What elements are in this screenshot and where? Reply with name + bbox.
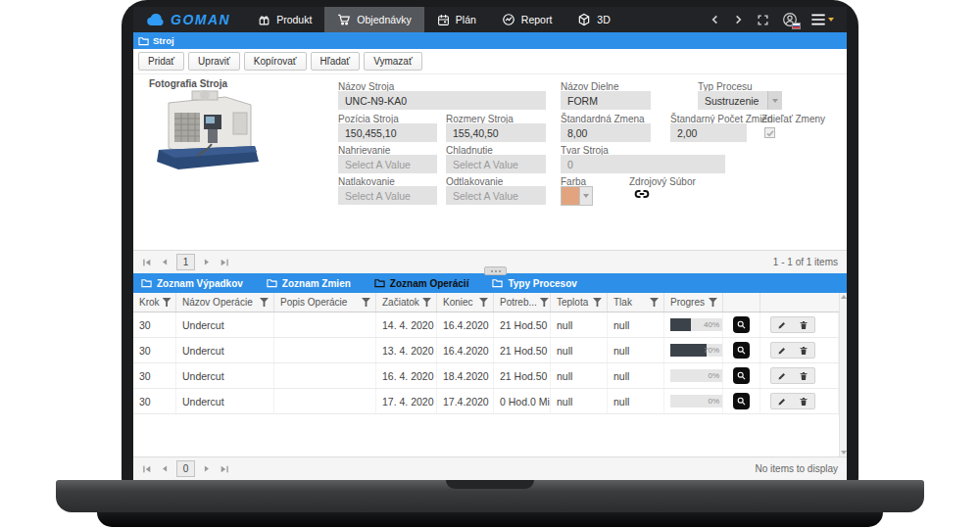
prev-page-icon[interactable] xyxy=(160,258,169,266)
filter-icon[interactable] xyxy=(362,298,370,307)
filter-icon[interactable] xyxy=(422,298,431,307)
scroll-down-icon[interactable] xyxy=(841,451,847,455)
cell-koniec: 16.4.2020 xyxy=(437,338,494,362)
filter-icon[interactable] xyxy=(650,298,659,307)
column-header-krok[interactable]: Krok xyxy=(133,293,176,312)
column-header-progres[interactable]: Progres xyxy=(664,293,723,312)
nahrievanie-select[interactable]: Select A Value xyxy=(338,155,437,173)
nav-tab-produkt[interactable]: Produkt xyxy=(245,7,324,32)
prev-page-icon[interactable] xyxy=(160,464,169,473)
column-header-nazov-operacie[interactable]: Názov Operácie xyxy=(176,293,274,312)
back-icon[interactable] xyxy=(710,14,720,25)
table-row[interactable]: 30 Undercut 17. 4. 2020 06 17.4.2020 0 H… xyxy=(133,389,847,414)
delete-icon[interactable] xyxy=(799,346,808,356)
column-header-teplota[interactable]: Teplota xyxy=(551,293,608,312)
row-actions[interactable] xyxy=(770,393,815,409)
upravit-button[interactable]: Upraviť xyxy=(188,52,240,71)
zdielat-zmeny-checkbox[interactable] xyxy=(764,127,775,138)
delete-icon[interactable] xyxy=(799,371,808,381)
delete-icon[interactable] xyxy=(799,397,808,407)
tvar-stroja-input[interactable]: 0 xyxy=(561,155,725,173)
brand-logo[interactable]: GOMAN xyxy=(133,12,245,27)
nav-tab-plan[interactable]: Plán xyxy=(424,7,489,32)
row-actions[interactable] xyxy=(770,342,815,359)
first-page-icon[interactable] xyxy=(142,258,152,267)
tab-zoznam-zmien[interactable]: Zoznam Zmien xyxy=(267,273,351,293)
first-page-icon[interactable] xyxy=(142,464,152,474)
natlakovanie-select[interactable]: Select A Value xyxy=(338,186,437,205)
kopirovat-button[interactable]: Kopírovať xyxy=(244,52,307,71)
pozicia-stroja-input[interactable]: 150,455,10 xyxy=(338,123,437,142)
edit-icon[interactable] xyxy=(777,320,787,330)
farba-dropdown-arrow[interactable] xyxy=(580,186,593,206)
standardna-zmena-input[interactable]: 8,00 xyxy=(561,123,651,142)
select-arrow[interactable] xyxy=(767,91,782,110)
column-header-tlak[interactable]: Tlak xyxy=(608,293,664,312)
page-number[interactable]: 1 xyxy=(176,254,195,270)
last-page-icon[interactable] xyxy=(220,258,229,267)
next-page-icon[interactable] xyxy=(203,464,212,473)
column-header-popis-operacie[interactable]: Popis Operácie xyxy=(274,293,376,312)
table-row[interactable]: 30 Undercut 14. 4. 2020 08 16.4.2020 21 … xyxy=(133,312,847,338)
edit-icon[interactable] xyxy=(777,397,787,407)
column-header-zaciatok[interactable]: Začiatok xyxy=(376,293,437,312)
next-page-icon[interactable] xyxy=(203,258,212,266)
delete-icon[interactable] xyxy=(799,320,808,330)
last-page-icon[interactable] xyxy=(220,464,229,474)
preview-button[interactable] xyxy=(733,342,750,359)
typ-procesu-select[interactable]: Sustruzenie xyxy=(698,91,782,110)
menu-caret-icon xyxy=(828,18,834,22)
cell-nazov: Undercut xyxy=(176,312,274,337)
odtlakovanie-select[interactable]: Select A Value xyxy=(446,186,546,205)
pridat-button[interactable]: Pridať xyxy=(138,52,184,71)
hladat-button[interactable]: Hľadať xyxy=(311,52,361,71)
nazov-stroja-input[interactable]: UNC-N9-KA0 xyxy=(338,91,546,110)
splitter-handle[interactable] xyxy=(484,266,507,275)
table-scrollbar[interactable] xyxy=(839,293,847,456)
stroj-tab-label[interactable]: Stroj xyxy=(153,35,174,46)
column-header-potreba[interactable]: Potreb... xyxy=(494,293,551,312)
chladnutie-select[interactable]: Select A Value xyxy=(446,155,546,173)
preview-button[interactable] xyxy=(733,367,750,384)
table-row[interactable]: 30 Undercut 16. 4. 2020 07 18.4.2020 21 … xyxy=(133,363,847,389)
folder-icon xyxy=(141,278,152,288)
preview-button[interactable] xyxy=(733,316,750,333)
standarny-pocet-zmien-input[interactable]: 2,00 xyxy=(670,123,747,142)
edit-icon[interactable] xyxy=(777,346,787,356)
vymazat-button[interactable]: Vymazať xyxy=(364,52,422,71)
progress-bar: 0% xyxy=(670,395,722,408)
cell-teplota: null xyxy=(551,312,608,337)
calendar-icon xyxy=(437,14,450,26)
filter-icon[interactable] xyxy=(163,298,172,307)
filter-icon[interactable] xyxy=(260,298,269,307)
filter-icon[interactable] xyxy=(540,298,549,307)
tab-typy-procesov[interactable]: Typy Procesov xyxy=(492,273,576,293)
forward-icon[interactable] xyxy=(733,14,744,25)
table-row[interactable]: 30 Undercut 13. 4. 2020 11 16.4.2020 21 … xyxy=(133,338,847,363)
filter-icon[interactable] xyxy=(479,298,488,307)
nav-tab-3d[interactable]: 3D xyxy=(564,7,622,32)
preview-button[interactable] xyxy=(733,393,750,409)
link-icon[interactable] xyxy=(631,184,653,204)
row-actions[interactable] xyxy=(770,367,815,384)
farba-swatch[interactable] xyxy=(561,186,580,206)
row-actions[interactable] xyxy=(770,316,815,333)
nav-tab-objednavky[interactable]: Objednávky xyxy=(324,7,423,32)
menu-icon[interactable] xyxy=(810,14,834,25)
tab-zoznam-vypadkov[interactable]: Zoznam Výpadkov xyxy=(141,273,243,293)
cell-krok: 30 xyxy=(133,312,176,337)
nav-tab-report[interactable]: Report xyxy=(489,7,565,32)
tab-zoznam-operacii[interactable]: Zoznam Operácií xyxy=(374,273,469,293)
nazov-dielne-input[interactable]: FORM xyxy=(561,91,651,110)
fullscreen-icon[interactable] xyxy=(757,14,769,26)
edit-icon[interactable] xyxy=(777,371,787,381)
column-header-koniec[interactable]: Koniec xyxy=(437,293,494,312)
filter-icon[interactable] xyxy=(709,298,717,307)
page-number[interactable]: 0 xyxy=(176,460,195,477)
progress-label: 40% xyxy=(704,318,719,331)
filter-icon[interactable] xyxy=(593,298,602,307)
user-avatar[interactable] xyxy=(782,12,798,27)
scroll-up-icon[interactable] xyxy=(841,295,847,299)
folder-icon xyxy=(138,36,149,46)
rozmery-stroja-input[interactable]: 155,40,50 xyxy=(446,123,546,142)
